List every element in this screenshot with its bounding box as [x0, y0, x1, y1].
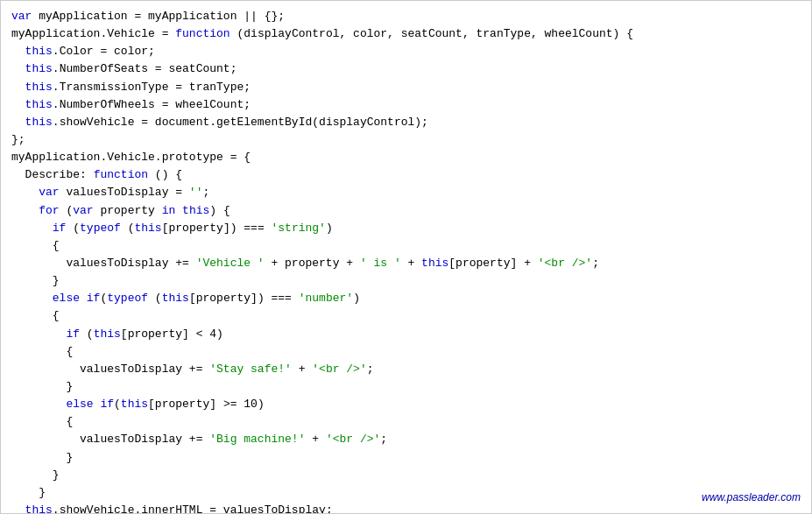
code-block: var myApplication = myApplication || {};… [11, 8, 801, 514]
watermark: www.passleader.com [702, 489, 801, 506]
code-container: var myApplication = myApplication || {};… [0, 0, 812, 514]
